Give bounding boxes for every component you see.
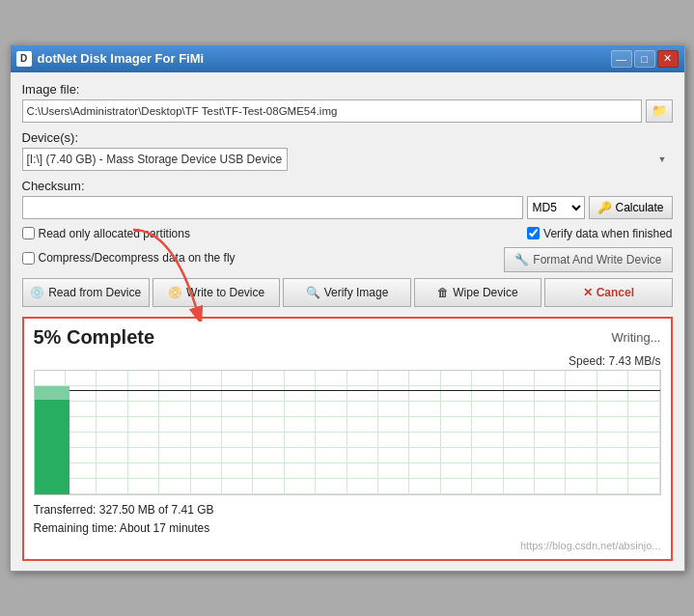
write-to-device-button[interactable]: 📀 Write to Device [153,278,280,307]
remaining-text: Remaining time: About 17 minutes [34,519,661,538]
progress-wrapper: 5% Complete Writing... Speed: 7.43 MB/s [22,317,673,561]
compress-decompress-option[interactable]: Compress/Decompress data on the fly [22,251,347,265]
minimize-button[interactable]: — [611,50,632,68]
title-bar: D dotNet Disk Imager For FiMi — □ ✕ [11,45,684,72]
grid-row [35,371,660,386]
progress-section: 5% Complete Writing... Speed: 7.43 MB/s [22,317,673,561]
action-bar: 💿 Read from Device 📀 Write to Device 🔍 V… [22,278,673,307]
devices-select-wrapper: [I:\] (7.40 GB) - Mass Storage Device US… [22,148,673,171]
grid-row [35,479,660,494]
checksum-row: MD5 SHA1 SHA256 🔑 Calculate [22,196,673,219]
options-left: Read only allocated partitions [22,227,347,243]
format-icon: 🔧 [514,253,529,266]
read-only-allocated-checkbox[interactable] [22,227,35,239]
wipe-device-button[interactable]: 🗑 Wipe Device [414,278,541,307]
options-right-1: Verify data when finished [347,227,673,243]
verify-icon: 🔍 [306,286,320,299]
read-from-device-button[interactable]: 💿 Read from Device [22,278,150,307]
options-row-1: Read only allocated partitions Verify da… [22,227,673,243]
image-file-row: 📁 [22,99,673,123]
wipe-icon: 🗑 [437,286,449,299]
image-file-input[interactable] [22,99,642,123]
window-content: Image file: 📁 Device(s): [I:\] (7.40 GB)… [11,72,684,571]
progress-status: Writing... [611,330,660,345]
cancel-button[interactable]: ✕ Cancel [544,278,672,307]
hash-type-select[interactable]: MD5 SHA1 SHA256 [527,196,585,219]
transferred-text: Transferred: 327.50 MB of 7.41 GB [34,501,661,519]
progress-percent: 5% Complete [34,326,155,349]
options-left-2: Compress/Decompress data on the fly [22,251,347,267]
verify-image-button[interactable]: 🔍 Verify Image [283,278,410,307]
calculate-button[interactable]: 🔑 Calculate [589,196,672,219]
chart-bar-main [35,400,69,494]
speed-display: Speed: 7.43 MB/s [34,354,661,368]
window-controls: — □ ✕ [611,50,679,68]
grid-row [35,417,660,433]
grid-row [35,448,660,463]
devices-row: [I:\] (7.40 GB) - Mass Storage Device US… [22,148,673,171]
grid-row [35,463,660,479]
watermark-text: https://blog.csdn.net/absinjo... [34,540,661,551]
verify-data-checkbox[interactable] [527,227,540,239]
read-only-allocated-option[interactable]: Read only allocated partitions [22,227,347,240]
maximize-button[interactable]: □ [634,50,655,68]
progress-chart [34,370,661,495]
devices-label: Device(s): [22,130,673,145]
grid-row [35,402,660,417]
options-right-2: 🔧 Format And Write Device [347,247,673,272]
main-window: D dotNet Disk Imager For FiMi — □ ✕ Imag… [10,44,685,572]
window-title: dotNet Disk Imager For FiMi [38,51,611,66]
grid-row [35,433,660,448]
compress-decompress-checkbox[interactable] [22,252,35,265]
checksum-label: Checksum: [22,179,673,193]
key-icon: 🔑 [597,201,612,214]
progress-header: 5% Complete Writing... [34,326,661,349]
browse-button[interactable]: 📁 [646,99,673,123]
grid-row [35,386,660,402]
chart-bar-highlight [35,386,69,400]
read-icon: 💿 [30,286,44,299]
devices-select[interactable]: [I:\] (7.40 GB) - Mass Storage Device US… [22,148,288,171]
app-icon: D [16,51,32,67]
progress-footer: Transferred: 327.50 MB of 7.41 GB Remain… [34,501,661,538]
options-row-2: Compress/Decompress data on the fly 🔧 Fo… [22,247,673,272]
write-icon: 📀 [168,286,182,299]
verify-data-option[interactable]: Verify data when finished [527,227,672,240]
image-file-label: Image file: [22,82,673,97]
chart-top-line [35,390,660,391]
close-button[interactable]: ✕ [657,50,679,68]
cancel-x-icon: ✕ [583,286,593,299]
checksum-input[interactable] [22,196,524,219]
format-write-button[interactable]: 🔧 Format And Write Device [504,247,672,272]
